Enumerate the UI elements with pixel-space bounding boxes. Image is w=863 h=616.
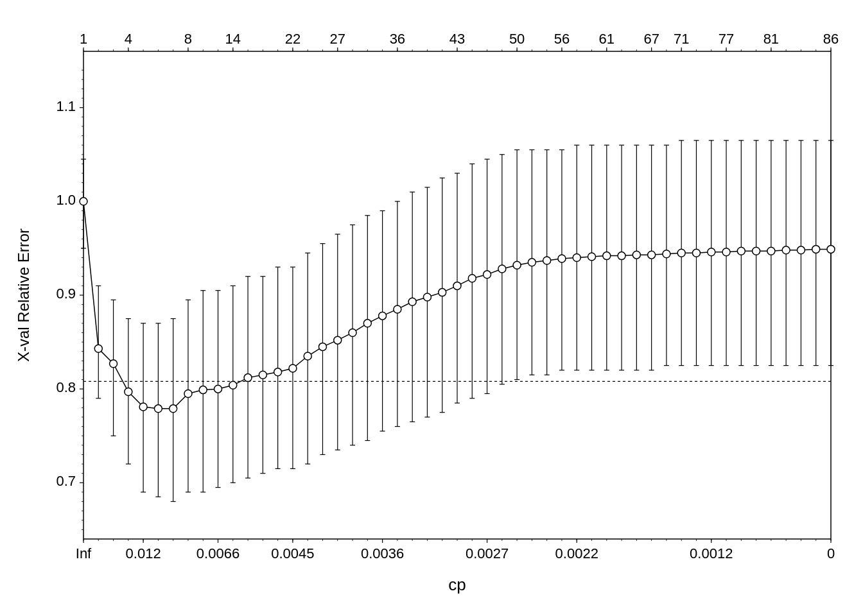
svg-text:8: 8 xyxy=(184,31,192,47)
svg-point-366 xyxy=(94,345,102,352)
svg-text:14: 14 xyxy=(225,31,241,47)
svg-text:81: 81 xyxy=(763,31,779,47)
svg-point-378 xyxy=(274,368,282,376)
svg-text:4: 4 xyxy=(125,31,132,47)
svg-point-377 xyxy=(259,371,266,379)
svg-point-398 xyxy=(573,254,580,262)
svg-point-387 xyxy=(408,298,416,305)
svg-point-400 xyxy=(603,252,611,260)
svg-point-409 xyxy=(737,247,745,255)
svg-point-374 xyxy=(214,385,222,393)
svg-point-388 xyxy=(423,293,431,301)
svg-text:77: 77 xyxy=(719,31,734,47)
svg-point-389 xyxy=(439,289,446,296)
svg-text:0.0012: 0.0012 xyxy=(690,545,733,561)
svg-point-402 xyxy=(632,251,640,259)
svg-point-396 xyxy=(543,257,551,264)
svg-point-399 xyxy=(588,253,596,261)
svg-text:22: 22 xyxy=(285,31,301,47)
svg-text:0.9: 0.9 xyxy=(56,286,76,302)
svg-point-404 xyxy=(663,250,670,258)
svg-point-376 xyxy=(244,374,252,382)
svg-text:50: 50 xyxy=(509,31,525,47)
svg-text:1.0: 1.0 xyxy=(56,192,76,208)
svg-text:1.1: 1.1 xyxy=(56,98,76,114)
svg-point-384 xyxy=(363,320,371,327)
svg-text:67: 67 xyxy=(643,31,659,47)
svg-point-383 xyxy=(349,329,356,336)
svg-point-410 xyxy=(753,247,760,255)
svg-text:0.0027: 0.0027 xyxy=(466,545,509,561)
svg-text:61: 61 xyxy=(599,31,615,47)
svg-text:56: 56 xyxy=(554,31,570,47)
svg-point-380 xyxy=(304,352,311,360)
chart-container: 0.70.80.91.01.1X-val Relative ErrorInf0.… xyxy=(0,0,863,616)
svg-text:Inf: Inf xyxy=(76,545,92,561)
svg-text:86: 86 xyxy=(823,31,839,47)
svg-text:X-val Relative Error: X-val Relative Error xyxy=(15,228,32,362)
svg-point-367 xyxy=(110,360,118,368)
svg-text:1: 1 xyxy=(80,31,87,47)
svg-text:0.7: 0.7 xyxy=(56,473,76,489)
svg-point-406 xyxy=(692,249,700,257)
svg-point-392 xyxy=(484,271,491,278)
svg-text:71: 71 xyxy=(674,31,689,47)
svg-point-415 xyxy=(827,245,835,253)
svg-point-390 xyxy=(453,282,461,289)
svg-point-386 xyxy=(394,305,401,313)
svg-point-401 xyxy=(618,252,625,260)
svg-point-371 xyxy=(170,405,177,413)
svg-point-370 xyxy=(154,405,162,413)
svg-text:0.012: 0.012 xyxy=(126,545,161,561)
svg-text:0.8: 0.8 xyxy=(56,379,76,395)
svg-point-397 xyxy=(558,255,566,262)
svg-text:0.0045: 0.0045 xyxy=(271,545,314,561)
svg-point-412 xyxy=(782,246,790,254)
svg-text:0.0022: 0.0022 xyxy=(555,545,598,561)
svg-text:cp: cp xyxy=(448,575,466,594)
svg-point-385 xyxy=(379,312,387,320)
svg-point-382 xyxy=(334,336,342,344)
svg-point-365 xyxy=(80,198,87,205)
svg-point-373 xyxy=(199,386,207,394)
svg-point-372 xyxy=(184,389,192,397)
svg-point-407 xyxy=(708,248,715,256)
svg-text:36: 36 xyxy=(390,31,405,47)
svg-point-369 xyxy=(139,403,147,411)
svg-point-393 xyxy=(498,265,506,273)
svg-point-408 xyxy=(722,248,730,256)
svg-point-414 xyxy=(812,245,820,253)
svg-point-394 xyxy=(513,261,521,269)
svg-point-395 xyxy=(528,259,536,266)
svg-text:0.0066: 0.0066 xyxy=(196,545,240,561)
svg-point-391 xyxy=(468,275,476,282)
svg-point-405 xyxy=(677,249,685,257)
svg-point-413 xyxy=(797,246,805,254)
chart-svg: 0.70.80.91.01.1X-val Relative ErrorInf0.… xyxy=(0,0,863,616)
svg-text:0: 0 xyxy=(827,545,835,561)
svg-point-411 xyxy=(767,247,775,255)
svg-text:0.0036: 0.0036 xyxy=(361,545,404,561)
svg-point-368 xyxy=(125,388,132,396)
svg-point-403 xyxy=(648,251,656,259)
svg-text:43: 43 xyxy=(449,31,465,47)
svg-point-375 xyxy=(229,381,237,389)
svg-point-379 xyxy=(289,364,297,372)
svg-text:27: 27 xyxy=(330,31,345,47)
svg-point-381 xyxy=(318,343,326,350)
